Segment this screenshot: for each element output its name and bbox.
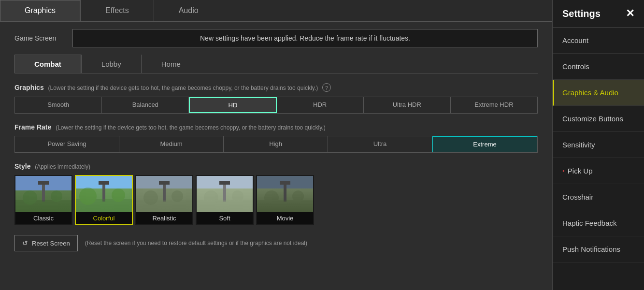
sidebar-item-controls[interactable]: Controls: [553, 54, 644, 80]
svg-point-1: [23, 190, 37, 205]
style-realistic[interactable]: Realistic: [135, 175, 193, 225]
reset-btn-label: Reset Screen: [32, 240, 70, 247]
sub-tab-combat[interactable]: Combat: [14, 55, 81, 73]
graphics-main-label: Graphics: [14, 84, 44, 91]
sub-tab-lobby[interactable]: Lobby: [82, 55, 141, 73]
svg-point-10: [204, 190, 218, 205]
svg-point-2: [51, 190, 62, 202]
sidebar-header: Settings ✕: [553, 0, 644, 28]
style-movie-label: Movie: [257, 212, 313, 224]
graphics-option-smooth[interactable]: Smooth: [15, 97, 102, 113]
game-screen-row: Game Screen New settings have been appli…: [14, 29, 538, 47]
style-title: Style (Applies immediately): [14, 162, 538, 170]
style-soft-label: Soft: [197, 212, 253, 224]
style-realistic-thumb: [136, 176, 192, 212]
frame-rate-main-label: Frame Rate: [14, 123, 51, 131]
graphics-option-hd[interactable]: HD: [189, 97, 276, 113]
style-colorful[interactable]: Colorful: [75, 175, 133, 225]
sidebar-title: Settings: [562, 8, 601, 19]
tab-audio[interactable]: Audio: [154, 0, 223, 21]
graphics-options: Smooth Balanced HD HDR Ultra HDR Extreme…: [14, 97, 538, 114]
svg-rect-0: [15, 200, 72, 212]
graphics-option-balanced[interactable]: Balanced: [102, 97, 189, 113]
close-button[interactable]: ✕: [626, 7, 634, 20]
style-classic-thumb: [15, 176, 72, 212]
content-area: Game Screen New settings have been appli…: [0, 22, 552, 290]
reset-row: ↺ Reset Screen (Reset the screen if you …: [14, 235, 538, 251]
top-tabs: Graphics Effects Audio: [0, 0, 552, 22]
style-colorful-label: Colorful: [76, 212, 132, 224]
sidebar-item-pick-up[interactable]: Pick Up: [553, 158, 644, 184]
frame-rate-section: Frame Rate (Lower the setting if the dev…: [14, 123, 538, 153]
svg-point-5: [112, 188, 125, 202]
frame-rate-sub-label: (Lower the setting if the device gets to…: [56, 124, 326, 131]
style-options: Classic Colorful Realistic: [14, 175, 538, 225]
sidebar: Settings ✕ Account Controls Graphics & A…: [552, 0, 644, 290]
reset-icon: ↺: [22, 239, 28, 247]
frame-rate-option-medium[interactable]: Medium: [119, 136, 224, 152]
frame-rate-options: Power Saving Medium High Ultra Extreme: [14, 136, 538, 153]
game-screen-label: Game Screen: [14, 34, 63, 42]
sidebar-item-push-notifications[interactable]: Push Notifications: [553, 236, 644, 262]
sub-tab-home[interactable]: Home: [142, 55, 200, 73]
reset-note: (Reset the screen if you need to restore…: [85, 240, 307, 246]
style-colorful-thumb: [76, 176, 132, 212]
frame-rate-option-ultra[interactable]: Ultra: [328, 136, 432, 152]
style-main-label: Style: [14, 162, 30, 170]
main-content: Graphics Effects Audio Game Screen New s…: [0, 0, 552, 290]
style-soft[interactable]: Soft: [196, 175, 254, 225]
tab-graphics[interactable]: Graphics: [0, 0, 80, 21]
style-movie-thumb: [257, 176, 313, 212]
sidebar-item-customize-buttons[interactable]: Customize Buttons: [553, 106, 644, 132]
frame-rate-title: Frame Rate (Lower the setting if the dev…: [14, 123, 538, 131]
graphics-help-icon[interactable]: ?: [322, 83, 331, 92]
graphics-option-hdr[interactable]: HDR: [277, 97, 364, 113]
sub-tabs: Combat Lobby Home: [14, 55, 538, 73]
svg-point-7: [143, 190, 158, 205]
graphics-title: Graphics (Lower the setting if the devic…: [14, 83, 538, 92]
sidebar-item-graphics-audio[interactable]: Graphics & Audio: [553, 80, 644, 106]
reset-screen-button[interactable]: ↺ Reset Screen: [14, 235, 78, 251]
frame-rate-option-high[interactable]: High: [224, 136, 328, 152]
style-section: Style (Applies immediately) Classic: [14, 162, 538, 225]
graphics-sub-label: (Lower the setting if the device gets to…: [48, 85, 318, 91]
graphics-section: Graphics (Lower the setting if the devic…: [14, 83, 538, 114]
svg-point-13: [264, 190, 279, 205]
frame-rate-option-extreme[interactable]: Extreme: [432, 136, 537, 152]
notification-box: New settings have been applied. Reduce t…: [72, 29, 538, 47]
svg-point-4: [79, 188, 97, 205]
sidebar-item-account[interactable]: Account: [553, 28, 644, 54]
style-classic[interactable]: Classic: [14, 175, 72, 225]
style-soft-thumb: [197, 176, 253, 212]
svg-rect-6: [136, 200, 192, 212]
tab-effects[interactable]: Effects: [81, 0, 154, 21]
graphics-option-extreme-hdr[interactable]: Extreme HDR: [451, 97, 537, 113]
svg-point-8: [172, 190, 183, 202]
style-realistic-label: Realistic: [136, 212, 192, 224]
sidebar-item-sensitivity[interactable]: Sensitivity: [553, 132, 644, 158]
sidebar-item-crosshair[interactable]: Crosshair: [553, 184, 644, 210]
style-classic-label: Classic: [15, 212, 72, 224]
style-sub-label: (Applies immediately): [35, 163, 90, 170]
style-movie[interactable]: Movie: [256, 175, 314, 225]
svg-rect-9: [197, 200, 253, 212]
graphics-option-ultra-hdr[interactable]: Ultra HDR: [364, 97, 451, 113]
svg-point-14: [292, 190, 304, 202]
svg-point-11: [232, 190, 243, 202]
sidebar-item-haptic-feedback[interactable]: Haptic Feedback: [553, 210, 644, 236]
frame-rate-option-power-saving[interactable]: Power Saving: [15, 136, 119, 152]
svg-rect-12: [257, 200, 313, 212]
